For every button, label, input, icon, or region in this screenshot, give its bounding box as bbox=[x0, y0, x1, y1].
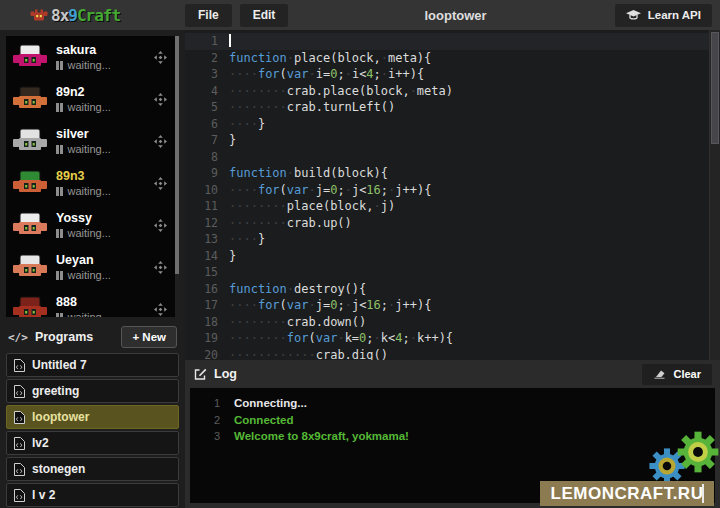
pause-icon bbox=[56, 103, 59, 112]
line-number: 19 bbox=[185, 330, 218, 347]
player-status-label: waiting... bbox=[68, 185, 111, 197]
line-number: 7 bbox=[185, 132, 218, 149]
player-list: sakura waiting... bbox=[6, 36, 179, 317]
program-item[interactable]: looptower bbox=[6, 405, 179, 429]
move-player-icon[interactable] bbox=[154, 93, 167, 106]
file-menu-button[interactable]: File bbox=[185, 4, 232, 27]
code-line[interactable]: 14} bbox=[185, 248, 720, 265]
new-program-button[interactable]: + New bbox=[121, 326, 177, 348]
editor-scrollbar[interactable] bbox=[709, 30, 720, 360]
code-line[interactable]: 2function·place(block,·meta){ bbox=[185, 50, 720, 67]
green-gear-icon bbox=[676, 430, 720, 478]
code-line[interactable]: 10····for(var·j=0;·j<16;·j++){ bbox=[185, 182, 720, 199]
player-rows: sakura waiting... bbox=[6, 36, 179, 317]
robot-icon bbox=[12, 295, 48, 317]
log-line-text: Welcome to 8x9craft, yokmama! bbox=[220, 428, 409, 445]
line-number: 17 bbox=[185, 297, 218, 314]
code-line[interactable]: 9function·build(block){ bbox=[185, 165, 720, 182]
crab-logo-icon bbox=[30, 8, 48, 22]
player-name: Yossy bbox=[56, 211, 154, 225]
code-line[interactable]: 12········crab.up() bbox=[185, 215, 720, 232]
code-line[interactable]: 8 bbox=[185, 149, 720, 166]
move-player-icon[interactable] bbox=[154, 177, 167, 190]
move-player-icon[interactable] bbox=[154, 51, 167, 64]
watermark-text: LEMONCRAFT.RU bbox=[551, 484, 704, 504]
watermark-banner: LEMONCRAFT.RU bbox=[540, 481, 714, 506]
robot-icon bbox=[12, 169, 48, 197]
player-name: 888 bbox=[56, 295, 154, 309]
logo-part2: 9 bbox=[68, 6, 77, 25]
player-row[interactable]: 89n2 waiting... bbox=[6, 78, 179, 120]
code-lines: 12function·place(block,·meta){3····for(v… bbox=[185, 30, 720, 360]
line-number: 15 bbox=[185, 264, 218, 281]
program-file-icon bbox=[14, 411, 25, 424]
player-name: sakura bbox=[56, 43, 154, 57]
code-line[interactable]: 20············crab.dig() bbox=[185, 347, 720, 361]
player-row[interactable]: silver waiting... bbox=[6, 120, 179, 162]
robot-icon bbox=[12, 43, 48, 71]
player-info: 89n2 waiting... bbox=[48, 85, 154, 113]
program-label: l v 2 bbox=[32, 488, 55, 502]
eraser-icon bbox=[653, 369, 666, 379]
program-file-icon bbox=[14, 437, 25, 450]
program-item[interactable]: stonegen bbox=[6, 457, 179, 481]
code-brackets-icon: </> bbox=[8, 331, 28, 344]
program-item[interactable]: greeting bbox=[6, 379, 179, 403]
robot-icon bbox=[12, 85, 48, 113]
move-player-icon[interactable] bbox=[154, 135, 167, 148]
program-file-icon bbox=[14, 385, 25, 398]
player-row[interactable]: Yossy waiting... bbox=[6, 204, 179, 246]
code-line[interactable]: 15 bbox=[185, 264, 720, 281]
player-row[interactable]: Ueyan waiting... bbox=[6, 246, 179, 288]
code-line[interactable]: 13····} bbox=[185, 231, 720, 248]
clear-log-button[interactable]: Clear bbox=[642, 364, 712, 385]
code-line[interactable]: 7} bbox=[185, 132, 720, 149]
program-item[interactable]: Untitled 7 bbox=[6, 353, 179, 377]
top-bar: 8x9Craft File Edit looptower Learn API bbox=[0, 0, 720, 30]
log-line: 2Connected bbox=[190, 412, 715, 429]
learn-api-button[interactable]: Learn API bbox=[615, 4, 712, 27]
move-player-icon[interactable] bbox=[154, 303, 167, 316]
code-line[interactable]: 11········place(block,·j) bbox=[185, 198, 720, 215]
logo-text: 8x9Craft bbox=[51, 6, 120, 25]
code-line[interactable]: 17····for(var·j=0;·j<16;·j++){ bbox=[185, 297, 720, 314]
program-label: Untitled 7 bbox=[32, 358, 87, 372]
code-line[interactable]: 3····for(var·i=0;·i<4;·i++){ bbox=[185, 66, 720, 83]
logo-part1: 8x bbox=[51, 6, 68, 25]
move-player-icon[interactable] bbox=[154, 219, 167, 232]
line-number: 13 bbox=[185, 231, 218, 248]
program-label: lv2 bbox=[32, 436, 49, 450]
code-line[interactable]: 19········for(var·k=0;·k<4;·k++){ bbox=[185, 330, 720, 347]
move-player-icon[interactable] bbox=[154, 261, 167, 274]
log-edit-icon bbox=[194, 368, 207, 381]
pause-icon bbox=[56, 145, 59, 154]
code-line[interactable]: 4········crab.place(block,·meta) bbox=[185, 83, 720, 100]
player-status: waiting... bbox=[56, 311, 154, 317]
player-info: silver waiting... bbox=[48, 127, 154, 155]
log-line-number: 1 bbox=[190, 395, 220, 412]
program-item[interactable]: lv2 bbox=[6, 431, 179, 455]
player-row[interactable]: 89n3 waiting... bbox=[6, 162, 179, 204]
editor-scroll-thumb[interactable] bbox=[711, 32, 719, 144]
player-list-scrollbar[interactable] bbox=[175, 36, 179, 317]
player-row[interactable]: 888 waiting... bbox=[6, 288, 179, 317]
edit-menu-button[interactable]: Edit bbox=[240, 4, 289, 27]
code-line[interactable]: 18········crab.down() bbox=[185, 314, 720, 331]
log-line: 1Connecting... bbox=[190, 395, 715, 412]
code-line[interactable]: 5········crab.turnLeft() bbox=[185, 99, 720, 116]
code-line[interactable]: 6····} bbox=[185, 116, 720, 133]
line-number: 18 bbox=[185, 314, 218, 331]
player-list-scroll-thumb[interactable] bbox=[175, 36, 179, 274]
code-editor[interactable]: 12function·place(block,·meta){3····for(v… bbox=[185, 30, 720, 360]
player-info: 888 waiting... bbox=[48, 295, 154, 317]
player-row[interactable]: sakura waiting... bbox=[6, 36, 179, 78]
code-line[interactable]: 16function·destroy(){ bbox=[185, 281, 720, 298]
player-status-label: waiting... bbox=[68, 59, 111, 71]
app-logo: 8x9Craft bbox=[0, 6, 185, 25]
caret-artifact bbox=[702, 484, 704, 503]
program-item[interactable]: l v 2 bbox=[6, 483, 179, 507]
line-number: 4 bbox=[185, 83, 218, 100]
player-info: sakura waiting... bbox=[48, 43, 154, 71]
programs-panel: </> Programs + New Untitled 7 greeting bbox=[6, 323, 179, 507]
code-line[interactable]: 1 bbox=[185, 33, 720, 50]
